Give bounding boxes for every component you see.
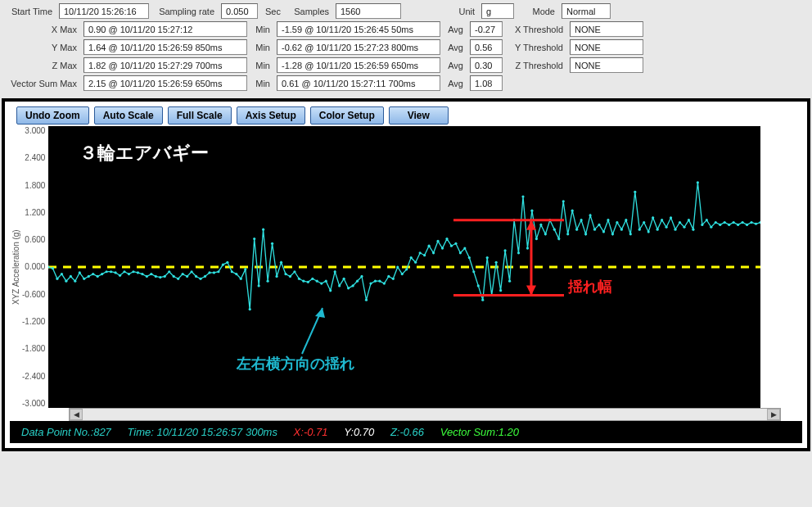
horizontal-scrollbar[interactable]: ◀ ▶ xyxy=(69,408,781,421)
svg-point-12 xyxy=(97,275,99,278)
y-tick: 1.800 xyxy=(25,181,45,190)
svg-point-96 xyxy=(473,270,476,273)
svg-point-98 xyxy=(482,299,485,301)
y-tick: -1.200 xyxy=(22,317,45,326)
plot-canvas[interactable]: ３輪エアバギー 左右横方向の揺れ 揺れ幅 xyxy=(48,126,760,408)
svg-point-29 xyxy=(173,275,175,278)
zth-value: NONE xyxy=(570,57,643,73)
svg-point-3 xyxy=(56,278,59,280)
xmin-label: Min xyxy=(250,25,273,34)
status-time: Time: 10/11/20 15:26:57 300ms xyxy=(127,426,280,438)
svg-point-110 xyxy=(535,238,538,240)
chart-frame: Undo Zoom Auto Scale Full Scale Axis Set… xyxy=(2,98,810,451)
info-row-vector: Vector Sum Max 2.15 @ 10/11/20 15:26:59 … xyxy=(7,75,805,91)
unit-value: g xyxy=(481,3,514,19)
info-row-1: Start Time 10/11/20 15:26:16 Sampling ra… xyxy=(7,3,805,19)
yavg-value: 0.56 xyxy=(470,39,503,55)
svg-point-52 xyxy=(276,275,278,278)
scroll-right-icon[interactable]: ▶ xyxy=(767,409,780,420)
svg-marker-167 xyxy=(315,308,325,318)
svg-point-94 xyxy=(464,247,467,249)
svg-point-18 xyxy=(124,270,126,273)
xavg-value: -0.27 xyxy=(470,21,503,37)
y-axis-ticks: 3.000 2.400 1.800 1.200 0.600 0.000 -0.6… xyxy=(22,126,48,408)
xth-label: X Threshold xyxy=(506,25,566,34)
status-bar: Data Point No.:827 Time: 10/11/20 15:26:… xyxy=(10,421,802,443)
svg-point-138 xyxy=(661,219,663,221)
svg-point-111 xyxy=(540,224,543,226)
ymax-value: 1.64 @ 10/11/20 15:26:59 850ms xyxy=(83,39,247,55)
svg-point-92 xyxy=(455,242,458,245)
svg-point-36 xyxy=(204,275,206,278)
svg-point-13 xyxy=(101,273,103,275)
svg-point-11 xyxy=(92,273,94,275)
svg-point-50 xyxy=(267,280,269,283)
svg-point-114 xyxy=(553,229,556,231)
info-row-y: Y Max 1.64 @ 10/11/20 15:26:59 850ms Min… xyxy=(7,39,805,55)
svg-point-121 xyxy=(584,233,587,235)
info-row-x: X Max 0.90 @ 10/11/20 15:27:12 Min -1.59… xyxy=(7,21,805,37)
svg-point-49 xyxy=(262,229,264,231)
svg-marker-165 xyxy=(526,285,536,295)
color-setup-button[interactable]: Color Setup xyxy=(310,106,384,124)
svg-point-102 xyxy=(499,289,502,292)
zavg-label: Avg xyxy=(444,61,467,70)
scroll-left-icon[interactable]: ◀ xyxy=(70,409,83,420)
svg-point-7 xyxy=(74,280,77,283)
svg-point-55 xyxy=(289,275,291,278)
svg-point-90 xyxy=(446,238,449,240)
y-tick: 0.000 xyxy=(25,262,45,271)
svg-point-25 xyxy=(155,275,157,278)
mode-value: Normal xyxy=(562,3,611,19)
svg-point-140 xyxy=(670,216,672,219)
start-time-value: 10/11/20 15:26:16 xyxy=(59,3,149,19)
svg-point-17 xyxy=(119,274,121,277)
svg-point-47 xyxy=(253,238,255,240)
chart-area: XYZ Acceleration (g) 3.000 2.400 1.800 1… xyxy=(10,126,802,408)
svg-point-147 xyxy=(701,224,704,226)
svg-point-152 xyxy=(724,221,726,224)
svg-point-108 xyxy=(526,247,529,249)
svg-point-150 xyxy=(715,221,717,224)
svg-point-63 xyxy=(325,280,327,283)
samples-value: 1560 xyxy=(336,3,401,19)
svg-point-31 xyxy=(182,273,184,275)
svg-point-124 xyxy=(598,224,601,226)
svg-point-86 xyxy=(428,245,431,247)
svg-point-97 xyxy=(477,284,480,287)
svg-point-77 xyxy=(388,275,390,278)
svg-point-66 xyxy=(338,284,341,287)
svg-point-135 xyxy=(647,230,650,233)
svg-point-142 xyxy=(679,221,681,224)
svg-point-10 xyxy=(88,275,90,278)
info-panel: Start Time 10/11/20 15:26:16 Sampling ra… xyxy=(0,0,812,97)
svg-point-148 xyxy=(706,219,708,221)
svg-point-35 xyxy=(200,278,202,280)
svg-point-24 xyxy=(151,273,153,275)
view-button[interactable]: View xyxy=(389,106,449,124)
y-axis-label: XYZ Acceleration (g) xyxy=(10,126,22,408)
svg-point-2 xyxy=(52,267,54,269)
svg-point-69 xyxy=(352,284,354,287)
svg-point-58 xyxy=(303,280,305,283)
svg-point-73 xyxy=(370,282,372,284)
zavg-value: 0.30 xyxy=(470,57,503,73)
auto-scale-button[interactable]: Auto Scale xyxy=(94,106,163,124)
full-scale-button[interactable]: Full Scale xyxy=(168,106,232,124)
svg-point-123 xyxy=(593,229,596,231)
svg-point-61 xyxy=(316,280,318,283)
plot-svg xyxy=(48,126,760,408)
zmax-label: Z Max xyxy=(7,61,80,70)
svg-point-127 xyxy=(611,233,614,235)
xmax-label: X Max xyxy=(7,25,80,34)
svg-point-14 xyxy=(106,270,108,273)
status-y: Y:0.70 xyxy=(344,426,377,438)
undo-zoom-button[interactable]: Undo Zoom xyxy=(16,106,89,124)
svg-point-131 xyxy=(629,233,632,235)
svg-point-89 xyxy=(441,247,444,249)
chart-toolbar: Undo Zoom Auto Scale Full Scale Axis Set… xyxy=(10,106,802,124)
status-z: Z:-0.66 xyxy=(390,426,427,438)
svg-point-46 xyxy=(249,308,251,310)
svg-point-146 xyxy=(697,181,699,183)
axis-setup-button[interactable]: Axis Setup xyxy=(237,106,305,124)
